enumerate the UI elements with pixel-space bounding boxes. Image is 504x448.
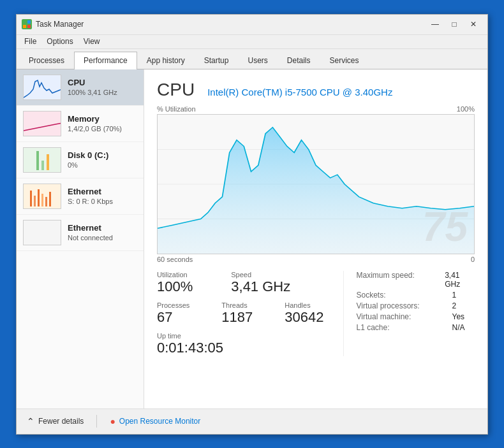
- footer: ⌃ Fewer details ● Open Resource Monitor: [17, 408, 487, 434]
- l1-cache-label: L1 cache:: [357, 323, 452, 332]
- virtual-processors-label: Virtual processors:: [357, 301, 452, 310]
- sockets-label: Sockets:: [357, 291, 452, 300]
- tab-users[interactable]: Users: [238, 52, 277, 69]
- tab-performance[interactable]: Performance: [74, 52, 137, 69]
- sidebar-item-memory[interactable]: Memory 1,4/2,0 GB (70%): [17, 106, 144, 142]
- ethernet2-thumbnail: [23, 220, 61, 245]
- open-resource-monitor-link[interactable]: ● Open Resource Monitor: [110, 416, 200, 426]
- max-speed-row: Maximum speed: 3,41 GHz: [357, 271, 475, 289]
- y-axis-label: % Utilization: [157, 105, 196, 113]
- svg-rect-6: [47, 154, 49, 170]
- svg-rect-3: [27, 25, 31, 28]
- maximize-button[interactable]: □: [445, 18, 463, 31]
- cpu-model: Intel(R) Core(TM) i5-7500 CPU @ 3.40GHz: [207, 87, 392, 98]
- y-axis-max: 100%: [457, 105, 475, 113]
- ethernet2-value: Not connected: [68, 234, 137, 242]
- memory-value: 1,4/2,0 GB (70%): [68, 125, 137, 133]
- time-start: 60 seconds: [157, 256, 193, 263]
- handles-label: Handles: [285, 301, 323, 309]
- left-stats: Utilization 100% Speed 3,41 GHz Processe…: [157, 271, 343, 356]
- window-title: Task Manager: [36, 20, 426, 29]
- title-bar: Task Manager — □ ✕: [17, 15, 487, 35]
- content-area: CPU 100% 3,41 GHz Memory 1,4/2,0 GB (70%…: [17, 69, 487, 408]
- tab-processes[interactable]: Processes: [19, 52, 74, 69]
- chevron-up-icon: ⌃: [27, 416, 34, 426]
- menu-bar: File Options View: [17, 35, 487, 49]
- ethernet1-label: Ethernet: [68, 187, 137, 196]
- minimize-button[interactable]: —: [426, 18, 444, 31]
- threads-value: 1187: [221, 309, 253, 326]
- svg-rect-12: [49, 192, 51, 206]
- cpu-info: CPU 100% 3,41 GHz: [68, 78, 137, 96]
- stats-section: Utilization 100% Speed 3,41 GHz Processe…: [157, 271, 475, 356]
- svg-rect-4: [36, 151, 39, 170]
- l1-cache-row: L1 cache: N/A: [357, 323, 475, 332]
- task-manager-window: Task Manager — □ ✕ File Options View Pro…: [16, 14, 488, 435]
- sidebar-item-ethernet1[interactable]: Ethernet S: 0 R: 0 Kbps: [17, 178, 144, 215]
- right-stats: Maximum speed: 3,41 GHz Sockets: 1 Virtu…: [343, 271, 475, 356]
- svg-rect-2: [23, 25, 26, 28]
- svg-rect-10: [41, 194, 43, 206]
- svg-rect-9: [38, 189, 40, 206]
- svg-rect-1: [27, 20, 31, 24]
- processes-value: 67: [157, 309, 189, 326]
- disk-info: Disk 0 (C:) 0%: [68, 150, 137, 169]
- svg-rect-5: [41, 161, 44, 170]
- max-speed-value: 3,41 GHz: [445, 271, 475, 289]
- svg-marker-16: [158, 127, 474, 253]
- app-icon: [22, 19, 32, 29]
- tab-app-history[interactable]: App history: [137, 52, 195, 69]
- processes-threads-handles-row: Processes 67 Threads 1187 Handles 30642: [157, 301, 343, 326]
- footer-divider: [96, 415, 97, 428]
- uptime-value: 0:01:43:05: [157, 340, 343, 356]
- sockets-value: 1: [452, 291, 457, 300]
- speed-label: Speed: [231, 271, 290, 278]
- virtual-machine-value: Yes: [452, 312, 465, 321]
- ethernet2-info: Ethernet Not connected: [68, 223, 137, 242]
- sidebar: CPU 100% 3,41 GHz Memory 1,4/2,0 GB (70%…: [17, 69, 144, 408]
- handles-value: 30642: [285, 309, 323, 326]
- ethernet2-label: Ethernet: [68, 223, 137, 233]
- ethernet1-value: S: 0 R: 0 Kbps: [68, 198, 137, 205]
- chart-time-labels: 60 seconds 0: [157, 256, 475, 263]
- tab-startup[interactable]: Startup: [195, 52, 239, 69]
- ethernet1-thumbnail: [23, 184, 61, 209]
- processes-label: Processes: [157, 301, 189, 309]
- utilization-speed-row: Utilization 100% Speed 3,41 GHz: [157, 271, 343, 295]
- utilization-label: Utilization: [157, 271, 193, 278]
- fewer-details-button[interactable]: ⌃ Fewer details: [27, 416, 84, 426]
- menu-file[interactable]: File: [19, 36, 41, 47]
- menu-options[interactable]: Options: [41, 36, 78, 47]
- speed-stat: Speed 3,41 GHz: [231, 271, 290, 295]
- sidebar-item-ethernet2[interactable]: Ethernet Not connected: [17, 215, 144, 251]
- virtual-processors-value: 2: [452, 301, 457, 310]
- sidebar-item-disk[interactable]: Disk 0 (C:) 0%: [17, 142, 144, 178]
- processes-stat: Processes 67: [157, 301, 189, 326]
- svg-rect-7: [30, 191, 32, 206]
- close-button[interactable]: ✕: [464, 18, 482, 31]
- main-panel: CPU Intel(R) Core(TM) i5-7500 CPU @ 3.40…: [144, 69, 487, 408]
- disk-label: Disk 0 (C:): [68, 150, 137, 160]
- time-end: 0: [471, 256, 475, 263]
- svg-rect-11: [45, 197, 47, 206]
- speed-value: 3,41 GHz: [231, 278, 290, 295]
- chart-top-labels: % Utilization 100%: [157, 105, 475, 113]
- utilization-stat: Utilization 100%: [157, 271, 193, 295]
- fewer-details-label: Fewer details: [38, 417, 84, 426]
- tab-services[interactable]: Services: [320, 52, 369, 69]
- menu-view[interactable]: View: [78, 36, 105, 47]
- tab-details[interactable]: Details: [278, 52, 320, 69]
- window-controls: — □ ✕: [426, 18, 482, 31]
- l1-cache-value: N/A: [452, 323, 465, 332]
- threads-stat: Threads 1187: [221, 301, 253, 326]
- uptime-label: Up time: [157, 332, 343, 340]
- sidebar-item-cpu[interactable]: CPU 100% 3,41 GHz: [17, 69, 144, 106]
- virtual-machine-row: Virtual machine: Yes: [357, 312, 475, 321]
- tab-bar: Processes Performance App history Startu…: [17, 49, 487, 69]
- cpu-thumbnail: [23, 75, 61, 100]
- handles-stat: Handles 30642: [285, 301, 323, 326]
- svg-rect-0: [23, 20, 26, 24]
- memory-thumbnail: [23, 111, 61, 136]
- ethernet1-info: Ethernet S: 0 R: 0 Kbps: [68, 187, 137, 205]
- disk-thumbnail: [23, 147, 61, 173]
